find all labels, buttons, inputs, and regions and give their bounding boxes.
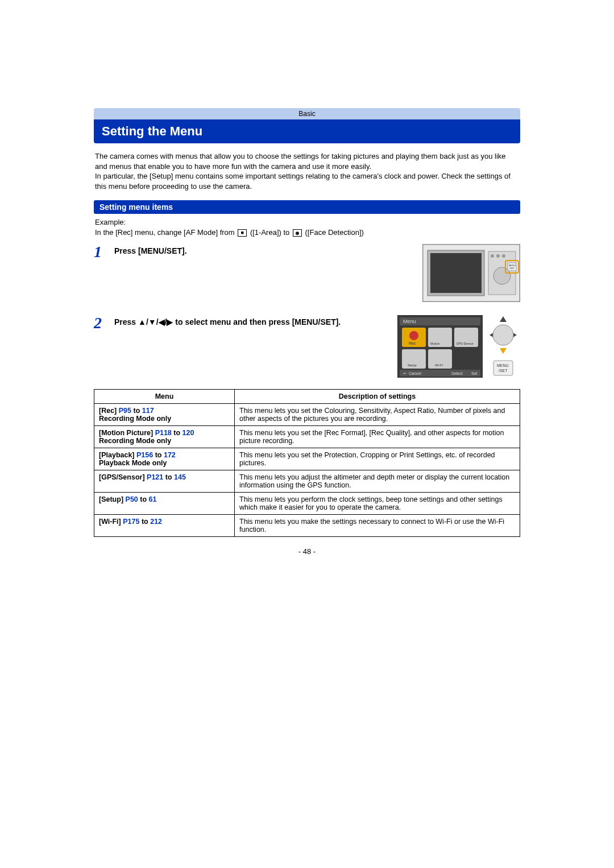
- face-detection-icon: [293, 229, 302, 237]
- example-text-a: In the [Rec] menu, change [AF Mode] from: [95, 228, 237, 237]
- mode-note: Recording Mode only: [99, 437, 171, 445]
- menu-name: [Motion Picture]: [99, 429, 153, 437]
- svg-text:MENU: MENU: [497, 363, 509, 367]
- svg-text:Rec: Rec: [409, 341, 416, 345]
- page-link[interactable]: P121: [147, 473, 163, 481]
- menu-description-table: Menu Description of settings [Rec] P95 t…: [94, 389, 520, 537]
- menu-description: This menu lets you set the Protection, C…: [235, 448, 520, 470]
- mode-note: Playback Mode only: [99, 459, 167, 467]
- menu-description: This menu lets you make the settings nec…: [235, 514, 520, 536]
- step-number: 1: [94, 244, 114, 260]
- svg-point-9: [491, 254, 494, 258]
- page-title: Setting the Menu: [94, 119, 520, 143]
- breadcrumb: Basic: [94, 108, 520, 119]
- svg-text:Menu: Menu: [403, 319, 416, 324]
- table-row: [Rec] P95 to 117 Recording Mode only Thi…: [94, 403, 520, 425]
- page-link[interactable]: 117: [142, 407, 154, 415]
- step-2: 2 Press ▲/▼/◀/▶ to select menu and then …: [94, 315, 520, 378]
- table-row: [Playback] P156 to 172 Playback Mode onl…: [94, 448, 520, 470]
- menu-name: [Playback]: [99, 451, 135, 459]
- svg-point-35: [493, 325, 513, 345]
- svg-text:Select: Select: [451, 371, 463, 375]
- mode-note: Recording Mode only: [99, 415, 171, 423]
- page-link[interactable]: P175: [123, 518, 139, 526]
- steps-list: 1 Press [MENU/SET]. MENU /SET: [94, 244, 520, 378]
- svg-marker-31: [500, 316, 507, 322]
- svg-rect-2: [430, 253, 482, 293]
- table-row: [GPS/Sensor] P121 to 145 This menu lets …: [94, 470, 520, 492]
- page-link[interactable]: 212: [150, 518, 162, 526]
- step-instruction: Press [MENU/SET].: [114, 244, 417, 257]
- svg-text:GPS-Sensor: GPS-Sensor: [456, 342, 474, 345]
- intro-text: The camera comes with menus that allow y…: [95, 151, 519, 191]
- step-1: 1 Press [MENU/SET]. MENU /SET: [94, 244, 520, 304]
- step-number: 2: [94, 315, 114, 331]
- dpad-icon: MENU /SET: [486, 315, 520, 378]
- intro-paragraph-2: In particular, the [Setup] menu contains…: [95, 172, 511, 191]
- menu-description: This menu lets you set the [Rec Format],…: [235, 425, 520, 448]
- svg-text:Set: Set: [471, 371, 478, 375]
- camera-illustration: MENU /SET: [422, 244, 520, 304]
- intro-paragraph-1: The camera comes with menus that allow y…: [95, 152, 506, 171]
- page-link[interactable]: 120: [182, 429, 194, 437]
- page-link[interactable]: 145: [174, 473, 186, 481]
- svg-text:/SET: /SET: [499, 369, 508, 373]
- page-link[interactable]: 172: [164, 451, 176, 459]
- svg-text:Cancel: Cancel: [409, 371, 421, 375]
- page-link[interactable]: P50: [126, 495, 138, 503]
- menu-description: This menu lets you perform the clock set…: [235, 492, 520, 514]
- svg-point-10: [496, 254, 500, 258]
- menu-and-dpad-illustration: Menu Rec Motion GPS-Sensor Setup Wi-Fi ↩…: [397, 315, 520, 378]
- example-text-b: ([1-Area]) to: [250, 228, 292, 237]
- svg-point-11: [502, 254, 505, 258]
- svg-text:Setup: Setup: [408, 363, 417, 367]
- svg-text:Wi-Fi: Wi-Fi: [435, 363, 443, 367]
- table-header-row: Menu Description of settings: [94, 389, 520, 403]
- section-header: Setting menu items: [94, 200, 520, 214]
- example-text-c: ([Face Detection]): [305, 228, 364, 237]
- header-menu: Menu: [94, 389, 235, 403]
- page-link[interactable]: P156: [136, 451, 153, 459]
- svg-rect-36: [493, 361, 513, 375]
- menu-screen-icon: Menu Rec Motion GPS-Sensor Setup Wi-Fi ↩…: [397, 315, 483, 378]
- page-link[interactable]: P118: [155, 429, 172, 437]
- table-row: [Setup] P50 to 61 This menu lets you per…: [94, 492, 520, 514]
- menu-name: [GPS/Sensor]: [99, 473, 145, 481]
- svg-point-17: [409, 331, 418, 340]
- example-label: Example:: [95, 218, 126, 226]
- svg-text:↩: ↩: [403, 371, 406, 375]
- menu-name: [Setup]: [99, 495, 123, 503]
- table-row: [Motion Picture] P118 to 120 Recording M…: [94, 425, 520, 448]
- menu-description: This menu lets you set the Colouring, Se…: [235, 403, 520, 425]
- menu-name: [Wi-Fi]: [99, 518, 121, 526]
- svg-text:/SET: /SET: [509, 267, 515, 270]
- svg-marker-32: [500, 348, 507, 354]
- example-block: Example: In the [Rec] menu, change [AF M…: [95, 217, 519, 238]
- table-row: [Wi-Fi] P175 to 212 This menu lets you m…: [94, 514, 520, 536]
- page-number: - 48 -: [94, 547, 520, 556]
- header-description: Description of settings: [235, 389, 520, 403]
- area-mode-icon: ■: [238, 229, 247, 237]
- menu-name: [Rec]: [99, 407, 117, 415]
- menu-description: This menu lets you adjust the altimeter …: [235, 470, 520, 492]
- step-instruction: Press ▲/▼/◀/▶ to select menu and then pr…: [114, 315, 392, 328]
- manual-page: Basic Setting the Menu The camera comes …: [94, 108, 520, 556]
- page-link[interactable]: P95: [119, 407, 131, 415]
- page-link[interactable]: 61: [149, 495, 157, 503]
- svg-text:Motion: Motion: [430, 342, 440, 345]
